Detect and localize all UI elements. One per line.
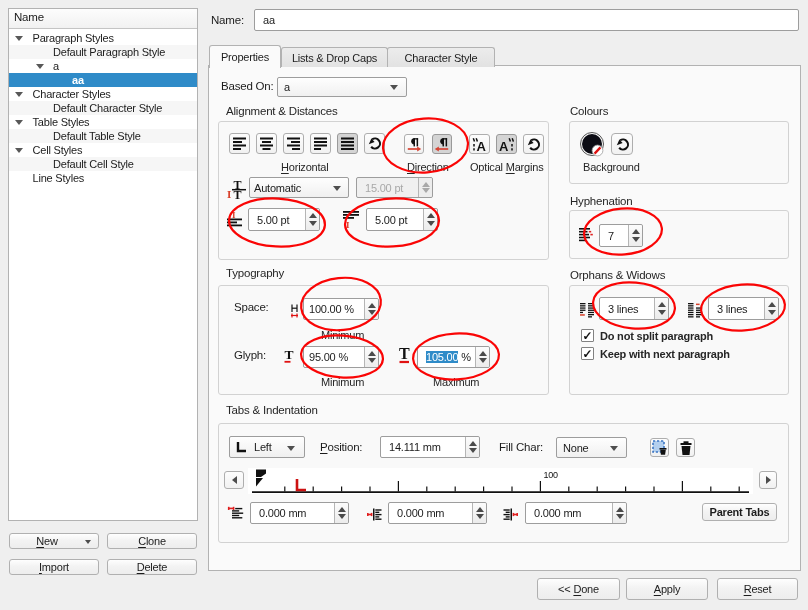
svg-text:100: 100	[544, 470, 559, 480]
svg-text:I: I	[227, 188, 231, 199]
svg-text:I: I	[346, 220, 350, 229]
svg-text:T: T	[399, 345, 410, 362]
svg-text:T: T	[285, 347, 294, 362]
svg-text:A: A	[499, 138, 509, 152]
svg-text:A: A	[477, 138, 487, 152]
